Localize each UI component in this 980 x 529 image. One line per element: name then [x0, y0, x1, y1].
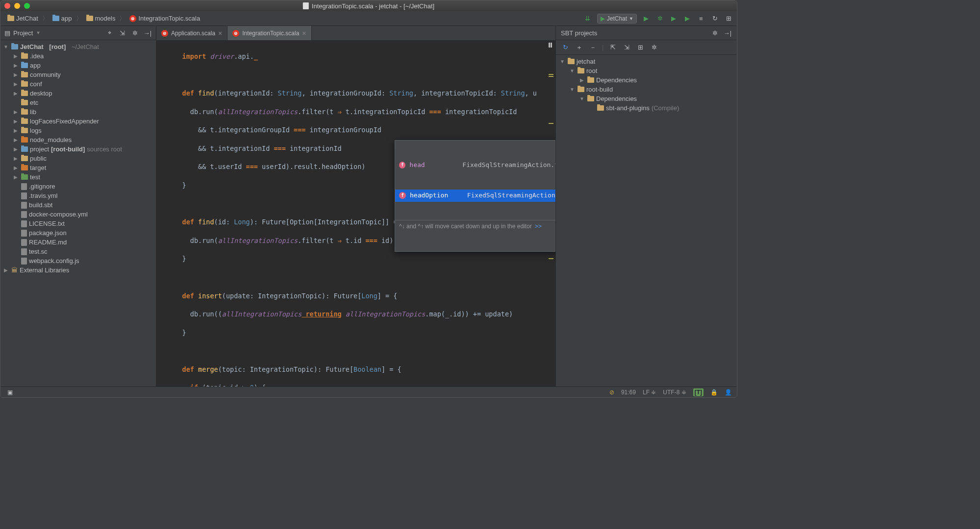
- tree-item[interactable]: ▶project [root-build] sources root: [0, 144, 156, 154]
- stop-button[interactable]: ■: [697, 14, 705, 23]
- tree-item[interactable]: ▶logs: [0, 126, 156, 135]
- tree-item[interactable]: ▶app: [0, 61, 156, 70]
- tree-item[interactable]: ▶.idea: [0, 51, 156, 61]
- expand-arrow-icon[interactable]: ▼: [2, 44, 9, 49]
- run-button[interactable]: ▶: [642, 14, 651, 23]
- sbt-tree[interactable]: ▼ jetchat ▼root▶Dependencies▼root-build▼…: [556, 55, 737, 115]
- settings-gear-icon[interactable]: ✲: [710, 28, 719, 37]
- tree-item[interactable]: ▶public: [0, 154, 156, 163]
- expand-arrow-icon[interactable]: ▶: [12, 63, 19, 68]
- tree-item[interactable]: ▶target: [0, 163, 156, 172]
- show-settings-icon[interactable]: ⊞: [636, 43, 645, 52]
- tree-item[interactable]: ▶test: [0, 172, 156, 182]
- tree-external-libraries[interactable]: ▶ 🏛 External Libraries: [0, 265, 156, 275]
- sbt-root[interactable]: ▼ jetchat: [556, 57, 737, 66]
- tree-item[interactable]: .travis.yml: [0, 191, 156, 200]
- tree-item[interactable]: docker-compose.yml: [0, 210, 156, 219]
- chevron-down-icon[interactable]: ▼: [36, 30, 40, 35]
- tree-item[interactable]: ▶desktop: [0, 89, 156, 98]
- type-aware-indicator[interactable]: [T]: [693, 388, 704, 396]
- close-tab-icon[interactable]: ×: [302, 29, 306, 37]
- breadcrumb-models[interactable]: models: [83, 13, 119, 24]
- tree-item[interactable]: build.sbt: [0, 200, 156, 210]
- tree-item[interactable]: README.md: [0, 238, 156, 247]
- zoom-window-button[interactable]: [24, 3, 30, 9]
- lock-icon[interactable]: 🔒: [710, 389, 718, 396]
- tree-root[interactable]: ▼ JetChat [root] ~/JetChat: [0, 42, 156, 51]
- project-tree[interactable]: ▼ JetChat [root] ~/JetChat ▶.idea▶app▶co…: [0, 40, 156, 277]
- remove-icon[interactable]: －: [588, 43, 597, 52]
- expand-arrow-icon[interactable]: ▶: [12, 128, 19, 133]
- sbt-settings-icon[interactable]: ✲: [650, 43, 658, 52]
- tree-item[interactable]: test.sc: [0, 247, 156, 256]
- tree-item[interactable]: etc: [0, 98, 156, 107]
- expand-arrow-icon[interactable]: ▶: [2, 267, 9, 273]
- refresh-icon[interactable]: ↻: [561, 43, 570, 52]
- expand-arrow-icon[interactable]: ▶: [12, 137, 19, 143]
- expand-arrow-icon[interactable]: ▼: [578, 96, 585, 101]
- hide-panel-icon[interactable]: →|: [723, 28, 732, 37]
- expand-all-icon[interactable]: ⇱: [608, 43, 617, 52]
- add-icon[interactable]: ＋: [575, 43, 583, 52]
- coverage-button[interactable]: ▶: [669, 14, 678, 23]
- project-panel-title[interactable]: Project: [13, 29, 33, 37]
- expand-arrow-icon[interactable]: ▶: [12, 72, 19, 77]
- hector-icon[interactable]: 👤: [725, 389, 732, 396]
- breadcrumb-jetchat[interactable]: JetChat: [4, 13, 41, 24]
- sbt-tree-item[interactable]: ▼root: [556, 66, 737, 75]
- editor-tab-application[interactable]: ⊜ Application.scala ×: [156, 26, 227, 40]
- completion-hint-link[interactable]: >>: [535, 222, 542, 231]
- close-tab-icon[interactable]: ×: [218, 29, 222, 37]
- editor-tab-integrationtopic[interactable]: ⊜ IntegrationTopic.scala ×: [227, 26, 311, 40]
- code-completion-popup[interactable]: f head FixedSqlStreamingAction.this.Resu…: [395, 140, 555, 252]
- layout-button[interactable]: ⊞: [724, 14, 733, 23]
- tree-item[interactable]: package.json: [0, 228, 156, 238]
- expand-arrow-icon[interactable]: ▶: [12, 119, 19, 124]
- minimize-window-button[interactable]: [14, 3, 20, 9]
- expand-arrow-icon[interactable]: ▶: [12, 109, 19, 115]
- profile-button[interactable]: ▶: [683, 14, 692, 23]
- expand-arrow-icon[interactable]: ▶: [12, 53, 19, 59]
- tree-item[interactable]: webpack.config.js: [0, 256, 156, 265]
- hide-panel-icon[interactable]: →|: [143, 28, 152, 37]
- expand-arrow-icon[interactable]: ▼: [569, 68, 576, 73]
- caret-position[interactable]: 91:69: [621, 389, 636, 396]
- expand-arrow-icon[interactable]: ▶: [12, 81, 19, 87]
- file-encoding[interactable]: UTF-8 ≑: [663, 389, 686, 396]
- run-configuration-selector[interactable]: ▶ JetChat ▼: [597, 14, 637, 24]
- tree-item[interactable]: ▶lib: [0, 107, 156, 117]
- sbt-tree-item[interactable]: ▶Dependencies: [556, 75, 737, 85]
- breadcrumb-file[interactable]: ⊜IntegrationTopic.scala: [126, 13, 203, 24]
- sbt-tree-item[interactable]: ▼Dependencies: [556, 94, 737, 103]
- sbt-tree-item[interactable]: sbt-and-plugins (Compile): [556, 103, 737, 113]
- tree-item[interactable]: .gitignore: [0, 182, 156, 191]
- settings-gear-icon[interactable]: ✲: [130, 28, 139, 37]
- collapse-all-icon[interactable]: ⇲: [622, 43, 631, 52]
- expand-arrow-icon[interactable]: ▶: [578, 77, 585, 83]
- completion-item-head[interactable]: f head FixedSqlStreamingAction.this.Resu…: [395, 159, 555, 171]
- line-separator[interactable]: LF ≑: [643, 389, 656, 396]
- completion-item-headoption[interactable]: f headOption FixedSqlStreamingAction.thi…: [395, 190, 555, 202]
- scroll-from-source-icon[interactable]: ⌖: [105, 28, 114, 37]
- tree-item[interactable]: LICENSE.txt: [0, 219, 156, 228]
- breadcrumb-app[interactable]: app: [50, 13, 75, 24]
- tree-item[interactable]: ▶logFacesFixedAppender: [0, 117, 156, 126]
- expand-arrow-icon[interactable]: ▶: [12, 165, 19, 170]
- expand-arrow-icon[interactable]: ▶: [12, 146, 19, 152]
- expand-arrow-icon[interactable]: ▶: [12, 156, 19, 161]
- soft-wrap-icon[interactable]: [549, 43, 553, 48]
- sbt-tree-item[interactable]: ▼root-build: [556, 85, 737, 94]
- expand-arrow-icon[interactable]: ▼: [569, 87, 576, 92]
- problems-indicator[interactable]: ⊘: [609, 389, 614, 396]
- reload-button[interactable]: ↻: [710, 14, 719, 23]
- make-project-icon[interactable]: ⇊: [583, 14, 592, 23]
- tool-window-toggle-icon[interactable]: ▣: [5, 388, 14, 397]
- expand-arrow-icon[interactable]: ▶: [12, 91, 19, 96]
- close-window-button[interactable]: [4, 3, 10, 9]
- code-editor[interactable]: import driver.api._ def find(integration…: [156, 41, 555, 386]
- tree-item[interactable]: ▶community: [0, 70, 156, 79]
- tree-item[interactable]: ▶node_modules: [0, 135, 156, 144]
- collapse-all-icon[interactable]: ⇲: [118, 28, 126, 37]
- debug-button[interactable]: ✲: [655, 14, 664, 23]
- expand-arrow-icon[interactable]: ▶: [12, 174, 19, 180]
